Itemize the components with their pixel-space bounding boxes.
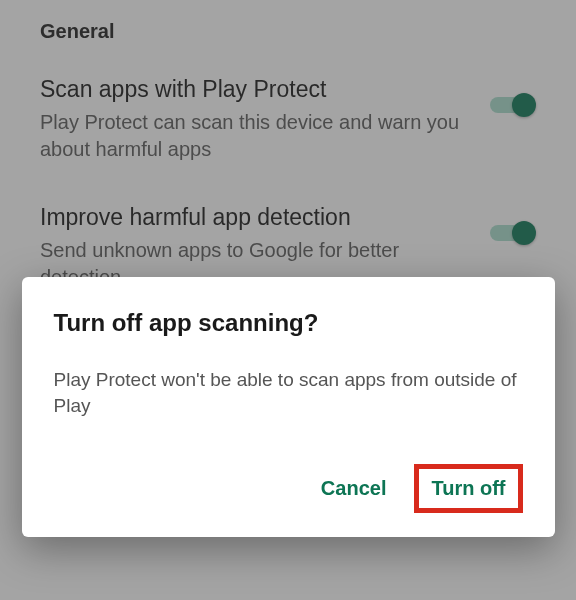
cancel-button[interactable]: Cancel: [305, 467, 403, 510]
dialog-title: Turn off app scanning?: [54, 309, 523, 337]
turn-off-button[interactable]: Turn off: [419, 469, 517, 508]
highlight-box: Turn off: [414, 464, 522, 513]
dialog-actions: Cancel Turn off: [54, 464, 523, 513]
dialog-body: Play Protect won't be able to scan apps …: [54, 367, 523, 420]
confirm-dialog: Turn off app scanning? Play Protect won'…: [22, 277, 555, 537]
dialog-scrim[interactable]: Turn off app scanning? Play Protect won'…: [0, 0, 576, 600]
